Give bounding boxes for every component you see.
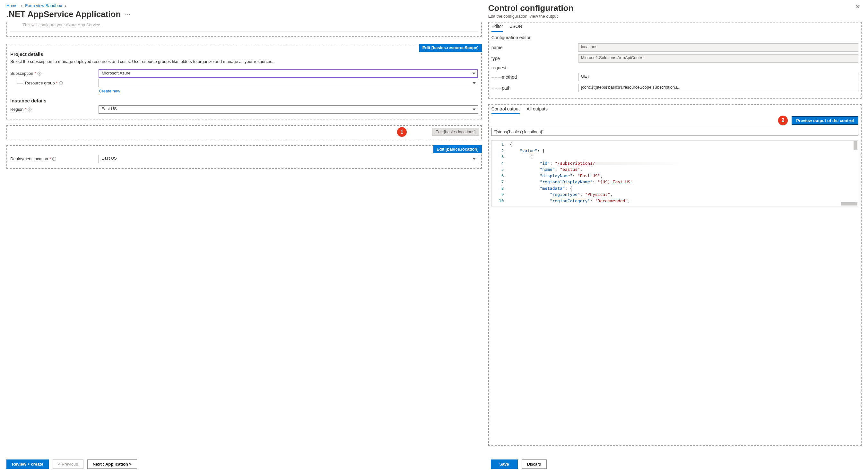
instance-details-heading: Instance details (10, 98, 478, 104)
tree-line-icon (17, 79, 23, 84)
prop-method-input[interactable]: GET (578, 73, 858, 81)
deployment-location-select[interactable]: East US (98, 155, 478, 163)
edit-locations-button[interactable]: Edit [basics.locations] (432, 128, 479, 136)
chevron-down-icon (472, 109, 476, 111)
chevron-down-icon (472, 72, 475, 75)
subscription-label: Subscription (10, 71, 33, 76)
tab-control-output[interactable]: Control output (492, 106, 520, 114)
config-editor-heading: Configuration editor (492, 35, 861, 40)
control-output-box: Control output All outputs 2 Preview out… (488, 105, 862, 446)
tab-editor[interactable]: Editor (492, 24, 503, 32)
deployment-location-label: Deployment location (10, 156, 48, 161)
info-icon[interactable]: i (59, 81, 63, 85)
chevron-down-icon (472, 82, 476, 84)
info-icon[interactable]: i (28, 108, 31, 111)
code-content: { "value": [ { "id": "/subscriptions/ "n… (508, 141, 858, 206)
locations-box: 1 Edit [basics.locations] (6, 125, 482, 139)
info-icon[interactable]: i (52, 157, 56, 161)
prop-name-label: name (492, 45, 578, 50)
discard-button[interactable]: Discard (522, 460, 547, 469)
chevron-right-icon: › (65, 3, 66, 8)
deployment-location-value: East US (101, 156, 117, 160)
resource-group-select[interactable] (98, 79, 478, 87)
right-pane: Control configuration ✕ Edit the configu… (488, 0, 868, 472)
prop-path-label: -------path (492, 85, 578, 91)
region-value: East US (101, 106, 117, 111)
panel-subtitle: Edit the configuration, view the output (488, 14, 862, 19)
callout-badge-1: 1 (397, 127, 407, 137)
resource-scope-box: Edit [basics.resourceScope] Project deta… (6, 44, 482, 119)
preview-output-button[interactable]: Preview output of the control (792, 116, 858, 125)
intro-text: This will configure your Azure App Servi… (23, 23, 478, 27)
horizontal-scrollbar[interactable] (841, 202, 858, 206)
prop-request-label: request (492, 65, 578, 70)
edit-resource-scope-button[interactable]: Edit [basics.resourceScope] (419, 44, 482, 52)
code-viewer[interactable]: 12345678910 { "value": [ { "id": "/subsc… (492, 140, 858, 206)
code-gutter: 12345678910 (492, 141, 508, 206)
edit-location-button[interactable]: Edit [basics.location] (433, 145, 482, 153)
next-button[interactable]: Next : Application > (87, 460, 137, 469)
required-icon: * (25, 107, 26, 112)
left-pane: Home › Form view Sandbox › .NET AppServi… (0, 0, 488, 472)
intro-box: This will configure your Azure App Servi… (6, 23, 482, 37)
wizard-footer: Review + create < Previous Next : Applic… (6, 452, 482, 469)
region-select[interactable]: East US (98, 105, 478, 114)
prop-name-input: locations (578, 43, 858, 52)
breadcrumb: Home › Form view Sandbox › (6, 3, 482, 8)
prop-method-label: -------method (492, 75, 578, 80)
prop-type-label: type (492, 56, 578, 61)
tab-json[interactable]: JSON (510, 24, 522, 32)
panel-footer: Save Discard (488, 452, 862, 469)
panel-title: Control configuration (488, 3, 574, 13)
subscription-value: Microsoft Azure (102, 71, 131, 76)
required-icon: * (35, 71, 36, 76)
chevron-right-icon: › (21, 3, 22, 8)
create-new-link[interactable]: Create new (99, 89, 120, 93)
config-editor-box: Editor JSON Configuration editor name lo… (488, 22, 862, 98)
project-details-heading: Project details (10, 51, 478, 57)
vertical-scrollbar[interactable] (854, 141, 858, 150)
required-icon: * (50, 156, 51, 161)
review-create-button[interactable]: Review + create (6, 460, 49, 469)
callout-badge-2: 2 (778, 116, 788, 125)
project-details-desc: Select the subscription to manage deploy… (10, 59, 478, 65)
breadcrumb-home[interactable]: Home (6, 3, 18, 8)
location-box: Edit [basics.location] Deployment locati… (6, 145, 482, 169)
info-icon[interactable]: i (37, 71, 41, 76)
required-icon: * (56, 81, 58, 85)
chevron-down-icon (472, 158, 476, 160)
prop-path-input[interactable]: [concat(steps('basics').resourceScope.su… (578, 84, 858, 92)
breadcrumb-sandbox[interactable]: Form view Sandbox (25, 3, 62, 8)
more-icon[interactable]: ··· (125, 12, 131, 17)
prop-type-input: Microsoft.Solutions.ArmApiControl (578, 54, 858, 63)
tab-all-outputs[interactable]: All outputs (527, 106, 548, 114)
close-icon[interactable]: ✕ (854, 3, 862, 10)
output-expression-input[interactable]: "[steps('basics').locations]" (492, 128, 858, 136)
region-label: Region (10, 107, 24, 112)
blurred-text (595, 162, 679, 165)
resource-group-label: Resource group (25, 81, 55, 85)
save-button[interactable]: Save (491, 460, 518, 469)
previous-button[interactable]: < Previous (53, 460, 84, 469)
subscription-select[interactable]: Microsoft Azure (98, 69, 478, 78)
page-title: .NET AppService Application (6, 9, 121, 19)
